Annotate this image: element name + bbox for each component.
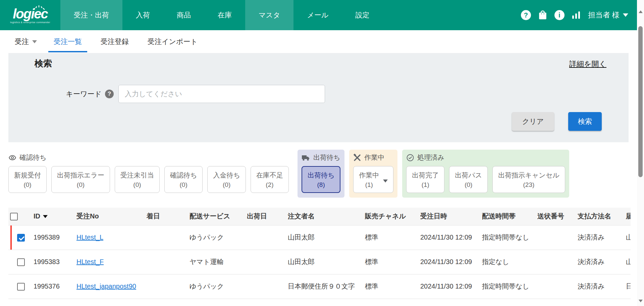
cell-id: 1995383 bbox=[32, 250, 75, 274]
col-label: 着日 bbox=[147, 212, 160, 220]
navbar-right: ? i 担当者 様 bbox=[521, 0, 637, 30]
nav-item-master[interactable]: マスタ bbox=[245, 0, 293, 30]
status-button-ship-instruction-error[interactable]: 出荷指示エラー (0) bbox=[51, 166, 110, 193]
col-label: 出荷日 bbox=[247, 212, 267, 220]
nav-item-label: メール bbox=[307, 10, 328, 20]
cell-arrival-date bbox=[145, 250, 188, 274]
status-button-label: 出荷指示キャンセル bbox=[498, 171, 559, 180]
info-icon[interactable]: i bbox=[554, 10, 565, 20]
row-checkbox-cell bbox=[8, 225, 32, 250]
col-id[interactable]: ID bbox=[32, 208, 75, 225]
status-button-new-reception[interactable]: 新規受付 (0) bbox=[8, 166, 47, 193]
status-button-shipped[interactable]: 出荷完了 (1) bbox=[406, 166, 444, 193]
status-button-count: (0) bbox=[223, 181, 230, 189]
scrollbar-thumb[interactable] bbox=[638, 26, 643, 177]
nav-item-label: マスタ bbox=[259, 10, 280, 20]
cell-delivery-service: ゆうパック bbox=[188, 274, 245, 299]
order-link[interactable]: HLtest_F bbox=[76, 258, 104, 265]
nav-item-inbound[interactable]: 入荷 bbox=[122, 0, 163, 30]
row-checkbox-checked[interactable] bbox=[17, 234, 25, 242]
cell-orderer: 山田太郎 bbox=[286, 250, 363, 274]
status-button-out-of-stock[interactable]: 在庫不足 (2) bbox=[251, 166, 289, 193]
status-button-count: (0) bbox=[133, 181, 141, 189]
row-checkbox[interactable] bbox=[17, 283, 25, 291]
nav-item-mail[interactable]: メール bbox=[293, 0, 342, 30]
status-filter-bar: 確認待ち 新規受付 (0) 出荷指示エラー (0) 受注未引当 (0) 確認待ち… bbox=[8, 150, 629, 198]
col-delivery-service: 配送サービス bbox=[188, 208, 245, 225]
status-button-count: (2) bbox=[266, 181, 273, 189]
nav-item-settings[interactable]: 設定 bbox=[342, 0, 383, 30]
status-button-count: (0) bbox=[465, 181, 472, 189]
order-link[interactable]: HLtest_L bbox=[76, 234, 103, 241]
order-dropdown[interactable]: 受注 bbox=[15, 37, 37, 46]
nav-item-orders-shipping[interactable]: 受注・出荷 bbox=[60, 0, 122, 30]
cell-destination: 山 bbox=[624, 225, 631, 250]
row-checkbox[interactable] bbox=[17, 258, 25, 266]
tab-order-import[interactable]: 受注インポート bbox=[146, 30, 200, 53]
status-button-in-progress-dropdown[interactable]: 作業中 (1) bbox=[353, 166, 393, 193]
nav-item-label: 設定 bbox=[355, 10, 369, 20]
status-buttons: 出荷待ち (8) bbox=[302, 166, 340, 193]
tab-order-list[interactable]: 受注一覧 bbox=[52, 30, 84, 53]
cell-channel: 標準 bbox=[363, 225, 419, 250]
orders-table: ID 受注No 着日 配送サービス 出荷日 注文者名 販売チャネル 受注日時 配… bbox=[8, 208, 631, 299]
scroll-up-arrow-icon[interactable] bbox=[637, 9, 644, 15]
shopping-bag-icon[interactable] bbox=[538, 10, 548, 20]
cell-order-no: HLtest_F bbox=[75, 250, 145, 274]
cell-delivery-time: 指定なし bbox=[480, 250, 536, 274]
status-group-header: 確認待ち bbox=[8, 153, 289, 162]
search-panel: 検索 詳細を開く キーワード ? クリア 検索 bbox=[8, 53, 629, 142]
cell-destination: 日 bbox=[624, 274, 631, 299]
stats-bars-icon[interactable] bbox=[571, 10, 581, 20]
status-button-label: 出荷完了 bbox=[412, 171, 439, 180]
status-button-awaiting-payment[interactable]: 入金待ち (0) bbox=[207, 166, 246, 193]
status-button-unallocated[interactable]: 受注未引当 (0) bbox=[115, 166, 160, 193]
col-label: 受注No bbox=[76, 212, 99, 220]
tools-icon bbox=[353, 154, 361, 162]
order-link[interactable]: HLtest_japanpost90 bbox=[76, 283, 136, 290]
cell-delivery-service: ゆうパック bbox=[188, 225, 245, 250]
nav-item-inventory[interactable]: 在庫 bbox=[204, 0, 245, 30]
nav-item-products[interactable]: 商品 bbox=[163, 0, 204, 30]
status-group-label: 確認待ち bbox=[19, 153, 46, 162]
vertical-scrollbar[interactable] bbox=[637, 0, 644, 306]
col-arrival-date: 着日 bbox=[145, 208, 188, 225]
cell-delivery-service: ヤマト運輸 bbox=[188, 250, 245, 274]
cell-id: 1995376 bbox=[32, 274, 75, 299]
cell-payment: 決済済み bbox=[576, 274, 624, 299]
sort-desc-icon bbox=[43, 215, 48, 218]
status-buttons: 作業中 (1) bbox=[353, 166, 393, 193]
status-button-ship-pass[interactable]: 出荷パス (0) bbox=[449, 166, 488, 193]
nav-item-label: 商品 bbox=[177, 10, 191, 20]
col-order-no: 受注No bbox=[75, 208, 145, 225]
row-checkbox-cell bbox=[8, 250, 32, 274]
chevron-down-icon bbox=[32, 40, 37, 43]
status-group-awaiting-shipment: 出荷待ち 出荷待ち (8) bbox=[298, 150, 344, 198]
keyword-help-icon[interactable]: ? bbox=[105, 90, 114, 98]
cell-arrival-date bbox=[145, 225, 188, 250]
status-button-ship-instruction-cancel[interactable]: 出荷指示キャンセル (23) bbox=[492, 166, 565, 193]
truck-icon bbox=[302, 154, 310, 161]
help-glyph: ? bbox=[524, 11, 528, 19]
logo[interactable]: logiec logistics & enterprise commander bbox=[0, 0, 60, 30]
tab-order-register[interactable]: 受注登録 bbox=[99, 30, 131, 53]
col-label: 受注日時 bbox=[420, 212, 447, 220]
clear-button[interactable]: クリア bbox=[512, 112, 554, 131]
open-details-link[interactable]: 詳細を開く bbox=[569, 59, 606, 69]
col-channel: 販売チャネル bbox=[363, 208, 419, 225]
status-button-awaiting-shipment[interactable]: 出荷待ち (8) bbox=[302, 166, 340, 193]
user-menu[interactable]: 担当者 様 bbox=[588, 10, 628, 20]
search-title: 検索 bbox=[35, 58, 606, 69]
col-label: 送状番号 bbox=[537, 212, 564, 220]
keyword-input[interactable] bbox=[118, 85, 325, 103]
status-group-awaiting-confirmation: 確認待ち 新規受付 (0) 出荷指示エラー (0) 受注未引当 (0) 確認待ち… bbox=[8, 150, 293, 198]
help-icon[interactable]: ? bbox=[521, 10, 531, 20]
status-button-label: 入金待ち bbox=[213, 171, 240, 180]
cell-ship-date bbox=[245, 274, 286, 299]
cell-order-datetime: 2024/11/30 12:09 bbox=[419, 225, 480, 250]
scroll-down-arrow-icon[interactable] bbox=[637, 298, 644, 304]
search-button[interactable]: 検索 bbox=[568, 112, 602, 131]
nav-item-label: 受注・出荷 bbox=[74, 10, 109, 20]
status-button-awaiting-confirmation[interactable]: 確認待ち (0) bbox=[164, 166, 203, 193]
select-all-checkbox[interactable] bbox=[10, 213, 18, 220]
